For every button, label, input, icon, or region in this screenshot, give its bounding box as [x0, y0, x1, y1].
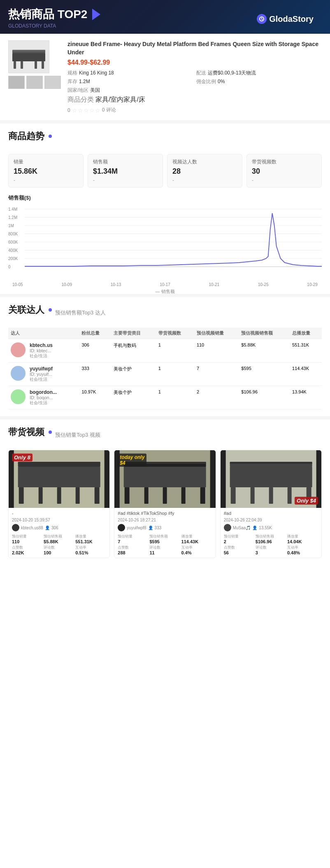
video-card-1[interactable]: today only $4 #ad #tiktok #TikTokShop #f…: [114, 450, 216, 558]
stats-grid: 销量 15.86K - 销售额 $1.34M - 视频达人数 28 - 带货视频…: [8, 154, 322, 188]
svg-text:400K: 400K: [8, 248, 18, 253]
x-label-5: 10-21: [209, 282, 220, 287]
star-2: ☆: [78, 107, 83, 114]
influencer-title-text: 关联达人: [8, 304, 44, 316]
metric-plays-label-2: 播放量: [287, 534, 318, 539]
influencer-sales-amount-2: $106.96: [239, 386, 290, 410]
svg-rect-37: [125, 487, 130, 504]
category-value: 家具/室内家具/床: [95, 95, 145, 104]
trend-title-row: 商品趋势: [8, 130, 322, 148]
video-date-2: 2024-10-26 22:04:39: [224, 518, 318, 522]
svg-text:1.4M: 1.4M: [8, 207, 17, 212]
author-followers-2: 13.55K: [259, 526, 272, 530]
influencer-id-2: ID: boqon...: [30, 395, 57, 400]
author-avatar-0: [12, 524, 19, 531]
metric-likes-label-1: 点赞数: [118, 545, 149, 550]
star-1: ☆: [72, 107, 77, 114]
metric-plays-1: 播放量 114.43K: [181, 534, 212, 544]
svg-rect-33: [18, 462, 100, 464]
video-metrics-2: 预估销量 2 预估销售额 $106.96 播放量 14.04K 点赞数 56 评…: [224, 534, 318, 555]
svg-rect-30: [39, 487, 43, 504]
metric-plays-label-1: 播放量: [181, 534, 212, 539]
meta-commission: 佣金比例 0%: [196, 78, 322, 85]
videos-title: 带货视频: [8, 426, 52, 438]
influencer-followers-0: 306: [79, 339, 111, 363]
svg-rect-46: [230, 487, 235, 504]
stock-label: 库存: [67, 78, 77, 85]
influencer-category-1: 美妆个护: [111, 363, 156, 386]
product-section: zineuue Bed Frame- Heavy Duty Metal Plat…: [0, 34, 330, 123]
review-count: 0 评论: [102, 107, 116, 114]
col-total-plays: 总播放量: [290, 328, 322, 339]
stat-sales-volume-value: 15.86K: [14, 167, 78, 176]
svg-text:1.2M: 1.2M: [8, 215, 17, 220]
metric-comments-label-2: 评论数: [256, 545, 286, 550]
trend-section: 商品趋势 销量 15.86K - 销售额 $1.34M - 视频达人数 28 -…: [0, 123, 330, 297]
stat-influencers-value: 28: [172, 167, 237, 176]
product-main: zineuue Bed Frame- Heavy Duty Metal Plat…: [8, 40, 322, 114]
metric-likes-value-0: 2.02K: [12, 550, 43, 555]
star-4: ☆: [89, 107, 95, 114]
influencer-sales-volume-2: 2: [194, 386, 239, 410]
influencer-avatar-0: [11, 342, 26, 357]
metric-comments-2: 评论数 3: [256, 545, 286, 555]
product-thumb-2[interactable]: [26, 76, 43, 89]
author-name-1: yuyuifwpf8: [127, 526, 146, 530]
metric-est-sales-0: 预估销量 110: [12, 534, 43, 544]
influencer-title-dot: [49, 308, 52, 312]
video-info-1: #ad #tiktok #TikTokShop #fy 2024-10-26 1…: [114, 508, 215, 558]
influencer-table: 达人 粉丝总量 主要带货类目 带货视频数 预估视频销量 预估视频销售额 总播放量…: [8, 328, 322, 410]
col-influencer: 达人: [8, 328, 79, 339]
svg-rect-28: [19, 487, 24, 504]
logo-name: GlodaStory: [269, 14, 314, 24]
metric-est-revenue-label-2: 预估销售额: [256, 534, 286, 539]
x-label-4: 10-17: [160, 282, 170, 287]
video-thumb-1: today only $4: [114, 450, 215, 508]
x-label-1: 10-05: [12, 282, 23, 287]
video-card-0[interactable]: Only 8 - 2024-10-20 15:39:57 kbtech.us88…: [8, 450, 110, 558]
shipping-label: 配送: [196, 70, 206, 77]
influencer-followers-2: 10.97K: [79, 386, 111, 410]
svg-rect-6: [35, 61, 37, 69]
metric-est-sales-value-0: 110: [12, 539, 43, 544]
x-label-2: 10-09: [61, 282, 72, 287]
svg-rect-5: [21, 61, 23, 69]
logo-icon: [257, 14, 267, 24]
metric-est-sales-value-2: 2: [224, 539, 255, 544]
col-videos: 带货视频数: [156, 328, 194, 339]
stat-influencers: 视频达人数 28 -: [167, 154, 242, 188]
metric-plays-label-0: 播放量: [75, 534, 106, 539]
influencer-cell-0[interactable]: kbtech.us ID: kbtec... 社会/生活: [8, 339, 79, 363]
video-card-2[interactable]: Only $4 #ad 2024-10-26 22:04:39 MuSaa🎵 👤…: [220, 450, 322, 558]
svg-text:600K: 600K: [8, 240, 18, 244]
meta-region: 国家/地区 美国: [67, 87, 193, 94]
influencer-total-plays-2: 13.94K: [290, 386, 322, 410]
influencer-cell-1[interactable]: yuyuifwpf ID: yuyuif... 社会/生活: [8, 363, 79, 386]
product-thumb-1[interactable]: [8, 76, 25, 89]
metric-est-revenue-2: 预估销售额 $106.96: [256, 534, 286, 544]
author-name-2: MuSaa🎵: [233, 526, 251, 530]
influencer-sales-amount-1: $595: [239, 363, 290, 386]
video-info-0: - 2024-10-20 15:39:57 kbtech.us88 👤 306 …: [9, 508, 109, 558]
metric-comments-0: 评论数 100: [44, 545, 74, 555]
product-thumb-3[interactable]: [44, 76, 61, 89]
svg-rect-40: [181, 487, 186, 504]
svg-rect-32: [57, 487, 61, 504]
influencer-cell-2[interactable]: bogordon... ID: boqon... 社会/生活: [8, 386, 79, 410]
metric-est-revenue-label-0: 预估销售额: [44, 534, 74, 539]
stat-videos-value: 30: [252, 167, 316, 176]
author-name-0: kbtech.us88: [21, 526, 43, 530]
influencer-videos-2: 1: [156, 386, 194, 410]
influencer-total-plays-0: 551.31K: [290, 339, 322, 363]
svg-rect-3: [14, 61, 16, 69]
stat-sales-volume-sub: -: [14, 177, 78, 183]
metric-est-sales-1: 预估销量 7: [118, 534, 149, 544]
stat-sales-volume-label: 销量: [14, 158, 78, 165]
influencer-row: bogordon... ID: boqon... 社会/生活 10.97K 美妆…: [8, 386, 322, 410]
logo: GlodaStory: [257, 14, 314, 24]
metric-est-revenue-label-1: 预估销售额: [149, 534, 180, 539]
svg-rect-45: [230, 467, 312, 487]
metric-engagement-value-0: 0.51%: [75, 550, 106, 555]
author-followers-icon-0: 👤: [45, 526, 50, 530]
svg-text:200K: 200K: [8, 256, 18, 261]
